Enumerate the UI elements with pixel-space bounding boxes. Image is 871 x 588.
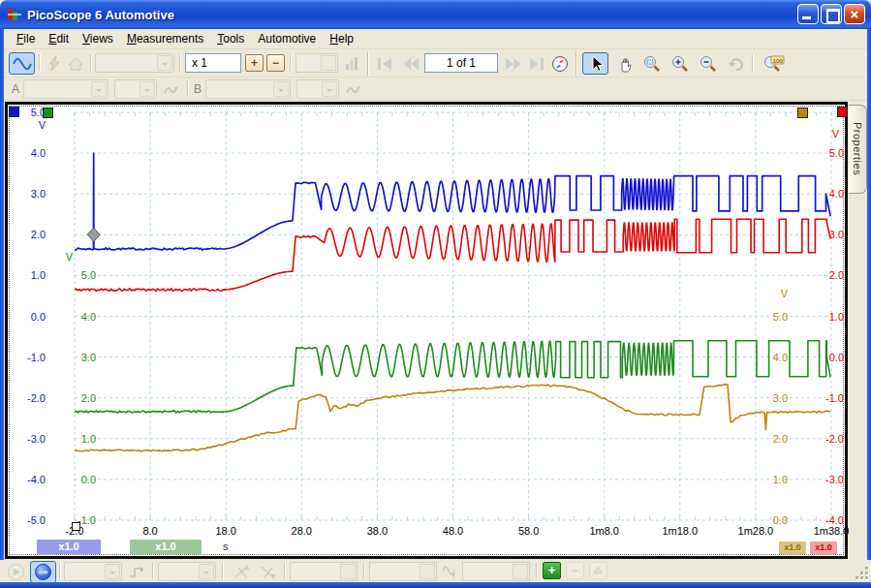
close-button[interactable]: × xyxy=(844,4,865,24)
channel-bar: A B xyxy=(4,77,867,101)
chevron-down-icon xyxy=(273,81,289,97)
maximize-button[interactable] xyxy=(821,4,842,24)
first-page-button[interactable] xyxy=(372,52,396,75)
trigger-mode-select[interactable] xyxy=(64,562,122,581)
zoom-100-icon: 100 xyxy=(762,54,785,73)
channel-b-coupling-select[interactable] xyxy=(296,79,339,99)
pretrigger-marker-button[interactable] xyxy=(438,561,460,583)
zoom-out-icon xyxy=(699,54,717,73)
scope-view xyxy=(5,102,848,559)
last-page-button[interactable] xyxy=(525,52,547,75)
rising-edge-button[interactable] xyxy=(229,561,254,583)
zoom-scale-minus-button[interactable]: − xyxy=(266,54,285,72)
wave-marker-icon xyxy=(442,565,457,579)
channel-a-options-button[interactable] xyxy=(159,78,182,101)
app-icon xyxy=(7,7,22,22)
page-indicator-field[interactable]: 1 of 1 xyxy=(424,53,498,73)
channel-b-range-select[interactable] xyxy=(205,79,291,99)
channel-b-label: B xyxy=(194,82,202,96)
next-page-button[interactable] xyxy=(501,52,525,75)
normal-selection-tool[interactable] xyxy=(582,52,608,75)
buffer-navigator-button[interactable] xyxy=(548,52,572,75)
timebase-select[interactable] xyxy=(95,53,174,73)
home-settings-button[interactable] xyxy=(64,52,86,75)
scope-canvas xyxy=(9,106,844,555)
measurements-button[interactable] xyxy=(341,52,363,75)
svg-text:100: 100 xyxy=(772,57,783,64)
add-view-button[interactable]: + xyxy=(543,562,561,579)
menu-tools[interactable]: Tools xyxy=(210,30,251,47)
menu-edit[interactable]: Edit xyxy=(42,30,76,47)
chevron-down-icon xyxy=(199,564,214,579)
menu-views[interactable]: Views xyxy=(76,30,120,47)
zoom-in-icon xyxy=(670,54,689,73)
probe-icon xyxy=(163,82,179,97)
home-icon xyxy=(68,56,83,72)
samples-spinner[interactable] xyxy=(296,53,338,73)
rising-edge-icon xyxy=(233,565,250,579)
channel-a-label: A xyxy=(12,82,19,96)
previous-page-button[interactable] xyxy=(398,52,422,75)
chevron-down-icon xyxy=(157,55,172,71)
trigger-toolbar: + − xyxy=(0,560,871,582)
zoom-select-icon xyxy=(642,54,661,73)
next-page-icon xyxy=(505,57,522,71)
zoom-scale-plus-button[interactable]: + xyxy=(245,54,264,72)
menu-help[interactable]: Help xyxy=(323,30,360,47)
window-border-right xyxy=(867,29,871,582)
histogram-icon xyxy=(345,56,360,71)
auto-arrange-button[interactable] xyxy=(589,562,607,579)
menu-measurements[interactable]: Measurements xyxy=(120,30,210,47)
lightning-icon xyxy=(46,55,61,72)
falling-edge-button[interactable] xyxy=(255,561,280,583)
remove-view-button[interactable]: − xyxy=(566,562,584,579)
properties-tab-label: Properties xyxy=(852,122,863,175)
waveform-icon xyxy=(12,56,33,72)
first-page-icon xyxy=(376,57,393,71)
stop-icon xyxy=(34,563,52,581)
undo-arrow-icon xyxy=(728,56,745,72)
chevron-down-icon xyxy=(91,81,107,97)
stop-capture-button[interactable] xyxy=(30,561,56,583)
connect-device-button[interactable] xyxy=(42,52,64,75)
menu-automotive[interactable]: Automotive xyxy=(251,30,323,47)
start-capture-button[interactable] xyxy=(4,561,28,583)
marquee-zoom-tool[interactable] xyxy=(639,52,664,75)
zoom-in-tool[interactable] xyxy=(668,52,692,75)
resize-grip[interactable] xyxy=(855,567,869,580)
window-title: PicoScope 6 Automotive xyxy=(27,8,174,22)
undo-zoom-button[interactable] xyxy=(724,52,748,75)
hand-icon xyxy=(616,55,634,73)
chevron-down-icon xyxy=(322,81,337,97)
menu-file[interactable]: File xyxy=(10,30,42,47)
title-bar: PicoScope 6 Automotive × xyxy=(0,0,871,29)
up-triangle-icon xyxy=(593,566,604,574)
properties-tab[interactable]: Properties xyxy=(849,105,867,194)
trigger-marker-button[interactable] xyxy=(124,561,147,583)
minimize-button[interactable] xyxy=(797,4,819,24)
menu-bar: File Edit Views Measurements Tools Autom… xyxy=(4,29,867,49)
main-toolbar: x 1 + − 1 of 1 xyxy=(4,49,867,77)
channel-a-range-select[interactable] xyxy=(23,79,109,99)
hand-pan-tool[interactable] xyxy=(612,52,637,75)
probe-icon xyxy=(345,82,361,97)
cursor-arrow-icon xyxy=(587,54,605,73)
chevron-down-icon xyxy=(140,81,155,97)
falling-edge-icon xyxy=(260,565,276,579)
chevron-down-icon xyxy=(105,564,120,579)
zoom-scale-field[interactable]: x 1 xyxy=(185,53,241,73)
compass-icon xyxy=(551,55,569,73)
scope-view-button[interactable] xyxy=(9,52,35,75)
trigger-hysteresis-spinner[interactable] xyxy=(369,562,437,581)
zoom-100-button[interactable]: 100 xyxy=(758,52,788,75)
trigger-source-select[interactable] xyxy=(158,562,216,581)
channel-a-coupling-select[interactable] xyxy=(114,79,157,99)
trigger-level-spinner[interactable] xyxy=(290,562,358,581)
picoscope-window: PicoScope 6 Automotive × File Edit Views… xyxy=(0,0,871,588)
pretrigger-spinner[interactable] xyxy=(462,562,530,581)
trigger-step-icon xyxy=(128,565,143,579)
channel-b-options-button[interactable] xyxy=(341,78,364,101)
go-icon xyxy=(7,563,25,581)
zoom-out-tool[interactable] xyxy=(696,52,720,75)
last-page-icon xyxy=(528,57,545,71)
